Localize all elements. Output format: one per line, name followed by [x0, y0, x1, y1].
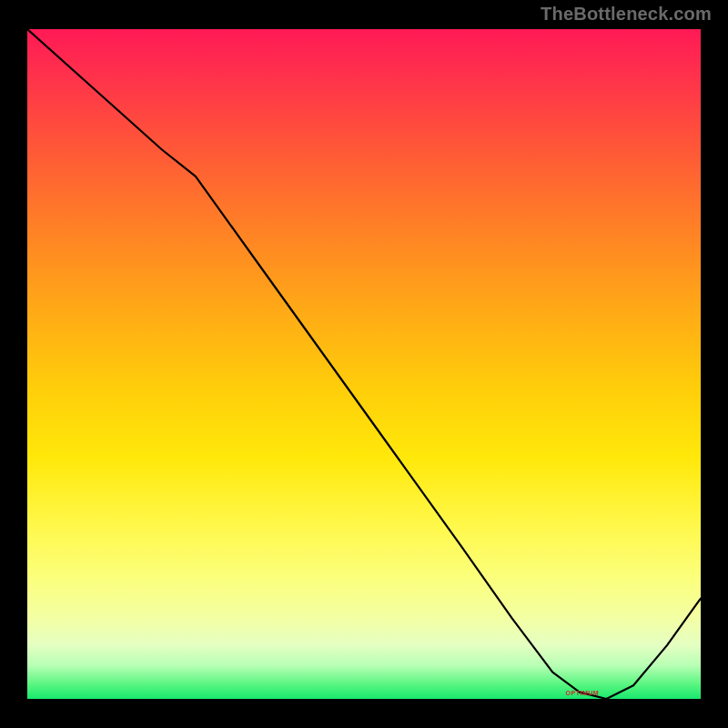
attribution-label: TheBottleneck.com [541, 4, 712, 25]
optimum-label: OPTIMUM [566, 690, 600, 696]
plot-area: OPTIMUM [27, 29, 701, 699]
chart-stage: TheBottleneck.com OPTIMUM [0, 0, 728, 728]
bottleneck-curve [27, 29, 701, 699]
